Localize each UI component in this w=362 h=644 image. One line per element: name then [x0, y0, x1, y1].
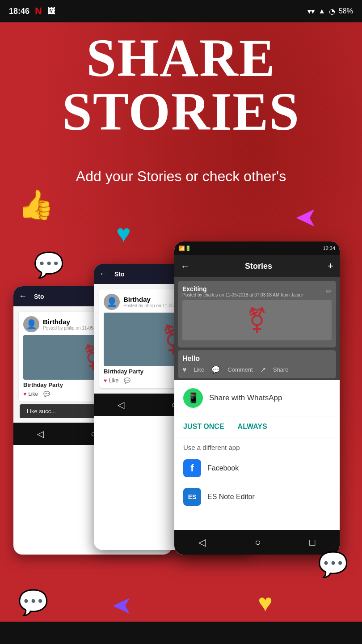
- es-note-app-row[interactable]: ES ES Note Editor: [174, 483, 340, 511]
- netflix-icon: N: [35, 5, 42, 17]
- phone3-edit-icon[interactable]: ✏: [326, 287, 332, 296]
- phone2-story-info: Birthday Posted by philip on 11-05-2...: [123, 296, 181, 308]
- phone3-app-title: Stories: [245, 262, 272, 271]
- hero-title-line2: STORIES: [0, 85, 362, 139]
- es-note-icon: ES: [183, 488, 201, 506]
- phone3-gender-icon: ⚧: [247, 306, 267, 335]
- battery-percent: 58%: [339, 7, 353, 15]
- phone1-story-title: Birthday: [43, 318, 101, 326]
- phone3-story1-meta: Posted by charles on 11-05-2018 at 07:03…: [182, 292, 303, 297]
- signal-icon: ▲: [318, 7, 325, 15]
- phone3-story1-title: Exciting: [182, 285, 303, 292]
- share-whatsapp-row: 📱 Share with WhatsApp: [174, 380, 340, 416]
- always-button[interactable]: ALWAYS: [238, 423, 267, 431]
- different-app-label: Use a different app: [174, 437, 340, 454]
- status-bar-right: ▾▾ ▲ ◔ 58%: [307, 7, 353, 16]
- share-arrow-purple-icon: ➤: [112, 591, 132, 619]
- phone2-comment-icon: 💬: [124, 377, 130, 384]
- hero-subtitle: Add your Stories or check other's: [0, 165, 362, 187]
- phone3-content: Exciting Posted by charles on 11-05-2018…: [174, 277, 340, 382]
- phone3-navbar: ◁ ○ □: [174, 530, 340, 555]
- phone2-avatar: 👤: [104, 294, 120, 310]
- phone2-nav-back[interactable]: ◁: [118, 399, 124, 410]
- whatsapp-icon: 📱: [183, 388, 203, 408]
- phone1-comment-btn[interactable]: 💬: [43, 391, 50, 397]
- facebook-icon: f: [183, 459, 201, 477]
- phone3-story1-image: ⚧: [182, 300, 332, 340]
- phone3-like-icon[interactable]: ♥: [182, 366, 187, 374]
- phone1-comment-icon: 💬: [43, 391, 50, 397]
- phone3-statusbar: 📶🔋 12:34: [174, 242, 340, 255]
- chat-bubble-red-icon: 💬: [18, 588, 49, 617]
- share-once-always-row: JUST ONCE ALWAYS: [174, 416, 340, 437]
- phone2-comment-btn[interactable]: 💬: [124, 377, 130, 384]
- bottom-navigation-bar: [0, 622, 362, 644]
- phone-screen-3: 📶🔋 12:34 ← Stories + Exciting Posted by …: [174, 242, 340, 555]
- share-arrow-pink-icon: ➤: [295, 201, 317, 233]
- phone2-story-meta: Posted by philip on 11-05-2...: [123, 303, 181, 308]
- share-panel: 📱 Share with WhatsApp JUST ONCE ALWAYS U…: [174, 380, 340, 555]
- phone1-back-icon[interactable]: ←: [19, 292, 27, 301]
- phone2-app-title: Sto: [114, 271, 125, 278]
- phones-container: ← Sto 👤 Birthday Posted by philip on 11-…: [9, 242, 353, 555]
- phone1-story-info: Birthday Posted by philip on 11-05-2...: [43, 318, 101, 330]
- heart-yellow-icon: ♥: [258, 589, 273, 617]
- chat-bubble-green-icon: 💬: [34, 250, 64, 280]
- facebook-label: Facebook: [207, 464, 239, 472]
- just-once-button[interactable]: JUST ONCE: [183, 423, 224, 431]
- phone3-story1-header: Exciting Posted by charles on 11-05-2018…: [182, 285, 332, 297]
- phone3-story1-info: Exciting Posted by charles on 11-05-2018…: [182, 285, 303, 297]
- chat-bubble-blue-icon: 💬: [318, 550, 349, 579]
- phone3-nav-recent[interactable]: □: [309, 537, 315, 548]
- phone2-like-icon: ♥: [104, 377, 107, 384]
- heart-cyan-icon: ♥: [116, 219, 131, 248]
- phone3-like-label: Like: [194, 366, 205, 373]
- es-note-label: ES Note Editor: [207, 493, 255, 501]
- whatsapp-logo: 📱: [187, 392, 199, 404]
- phone3-story1-card: Exciting Posted by charles on 11-05-2018…: [178, 281, 336, 347]
- phone3-nav-back[interactable]: ◁: [198, 537, 206, 548]
- facebook-app-row[interactable]: f Facebook: [174, 454, 340, 483]
- phone2-like-btn[interactable]: ♥ Like: [104, 377, 118, 384]
- phone3-appbar: ← Stories +: [174, 255, 340, 277]
- battery-icon: ◔: [329, 7, 335, 16]
- phone1-like-btn[interactable]: ♥ Like: [23, 391, 38, 397]
- status-bar-left: 18:46 N 🖼: [9, 5, 55, 17]
- phone3-story2-caption: Hello: [182, 355, 332, 363]
- phone3-add-icon[interactable]: +: [328, 260, 333, 272]
- phone3-back-icon[interactable]: ←: [181, 261, 189, 271]
- phone3-comment-label: Comment: [227, 366, 253, 373]
- hero-title: SHARE STORIES: [0, 31, 362, 139]
- share-whatsapp-label: Share with WhatsApp: [209, 394, 331, 402]
- status-bar: 18:46 N 🖼 ▾▾ ▲ ◔ 58%: [0, 0, 362, 22]
- phone1-like-icon: ♥: [23, 391, 26, 397]
- phone3-time: 12:34: [323, 246, 335, 251]
- phone1-like-label: Like: [28, 391, 38, 397]
- time-display: 18:46: [9, 7, 29, 16]
- phone2-like-label: Like: [109, 377, 118, 384]
- phone3-story2-actions: ♥ Like 💬 Comment ↗ Share: [182, 365, 332, 374]
- image-notification-icon: 🖼: [47, 7, 55, 16]
- phone3-nav-home[interactable]: ○: [255, 537, 261, 548]
- thumbsup-icon: 👍: [18, 188, 54, 222]
- phone2-story-title: Birthday: [123, 296, 181, 303]
- phone3-story2-card: Hello ♥ Like 💬 Comment ↗ Share: [178, 350, 336, 378]
- phone3-comment-icon[interactable]: 💬: [211, 365, 220, 374]
- phone1-nav-back[interactable]: ◁: [37, 428, 44, 439]
- phone1-avatar: 👤: [23, 316, 39, 332]
- phone3-share-label: Share: [273, 366, 289, 373]
- phone3-share-icon[interactable]: ↗: [260, 365, 266, 374]
- phone2-back-icon[interactable]: ←: [99, 269, 107, 279]
- phone3-status-icons: 📶🔋: [179, 246, 191, 251]
- hero-title-line1: SHARE: [0, 31, 362, 85]
- wifi-icon: ▾▾: [307, 7, 315, 16]
- phone1-story-meta: Posted by philip on 11-05-2...: [43, 326, 101, 330]
- phone1-app-title: Sto: [34, 293, 44, 300]
